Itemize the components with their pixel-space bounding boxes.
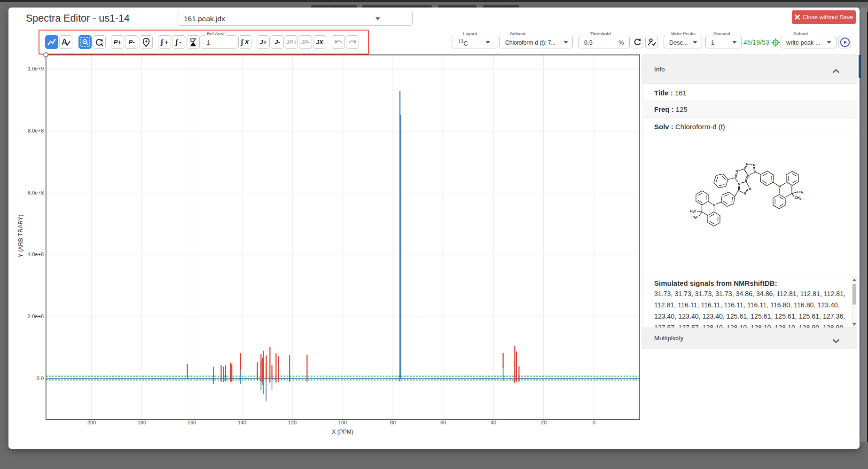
svg-text:N: N	[746, 163, 748, 166]
svg-text:N: N	[735, 170, 738, 173]
svg-text:CH3: CH3	[797, 190, 803, 195]
svg-text:N: N	[713, 203, 715, 207]
svg-text:N: N	[749, 187, 751, 190]
svg-text:N: N	[753, 164, 755, 167]
svg-text:H3C: H3C	[692, 215, 698, 219]
svg-text:N: N	[747, 174, 750, 177]
svg-text:H3C: H3C	[690, 210, 696, 214]
svg-text:N: N	[778, 185, 781, 188]
svg-text:N: N	[738, 182, 740, 186]
svg-text:CH3: CH3	[795, 196, 801, 200]
svg-text:N: N	[743, 192, 746, 195]
